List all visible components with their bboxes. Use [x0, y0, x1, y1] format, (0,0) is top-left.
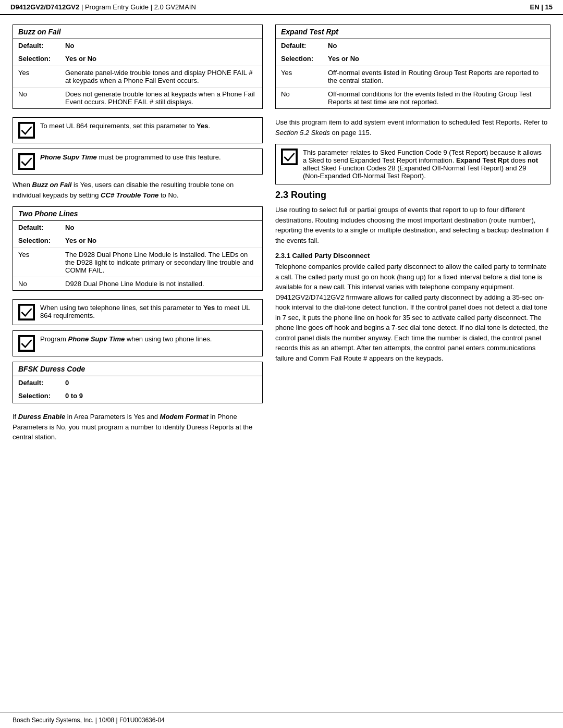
doc-type: Program Entry Guide	[85, 3, 149, 11]
footer-date: 10/08	[99, 717, 114, 724]
expand-test-rpt-section: Expand Test Rpt Default: No Selection: Y…	[275, 24, 550, 109]
buzz-note2-text: Phone Supv Time must be programmed to us…	[40, 153, 221, 161]
selection-label: Selection:	[276, 52, 323, 66]
default-label: Default:	[13, 376, 60, 389]
option-no-desc: D928 Dual Phone Line Module is not insta…	[60, 277, 262, 291]
two-phone-lines-title: Two Phone Lines	[13, 207, 262, 221]
selection-value: Yes or No	[60, 234, 262, 248]
selection-label: Selection:	[13, 234, 60, 248]
buzz-note1: To meet UL 864 requirements, set this pa…	[13, 117, 263, 143]
checkmark-icon5	[281, 149, 298, 165]
selection-value: 0 to 9	[60, 389, 262, 403]
table-row: No D928 Dual Phone Line Module is not in…	[13, 277, 262, 291]
footer-company: Bosch Security Systems, Inc.	[13, 717, 93, 724]
expand-test-rpt-title: Expand Test Rpt	[276, 25, 550, 39]
default-row: Default: 0	[13, 376, 262, 389]
option-yes-desc: Off-normal events listed in Routing Grou…	[323, 66, 550, 88]
option-no: No	[13, 277, 60, 291]
bfsk-section: BFSK Duress Code Default: 0 Selection: 0…	[13, 362, 263, 403]
two-phone-lines-table: Default: No Selection: Yes or No Yes The…	[13, 221, 262, 290]
tpl-note1-text: When using two telephone lines, set this…	[40, 304, 257, 319]
checkmark-icon3	[18, 304, 35, 320]
buzz-body-text: When Buzz on Fail is Yes, users can disa…	[13, 180, 263, 200]
checkmark-icon2	[18, 153, 35, 170]
buzz-on-fail-section: Buzz on Fail Default: No Selection: Yes …	[13, 24, 263, 109]
buzz-note1-text: To meet UL 864 requirements, set this pa…	[40, 122, 210, 130]
table-row: Yes Off-normal events listed in Routing …	[276, 66, 550, 88]
bfsk-title: BFSK Duress Code	[13, 362, 262, 376]
page-content: Buzz on Fail Default: No Selection: Yes …	[0, 15, 563, 458]
buzz-on-fail-title: Buzz on Fail	[13, 25, 262, 39]
option-no: No	[276, 88, 323, 109]
option-yes-desc: The D928 Dual Phone Line Module is insta…	[60, 248, 262, 277]
option-yes: Yes	[13, 248, 60, 277]
called-party-body-text: Telephone companies provide called party…	[275, 262, 550, 363]
tpl-note2: Program Phone Supv Time when using two p…	[13, 330, 263, 356]
option-no-desc: Does not generate trouble tones at keypa…	[60, 88, 262, 109]
bfsk-table: Default: 0 Selection: 0 to 9	[13, 376, 262, 403]
model-number: D9412GV2/D7412GV2	[10, 3, 79, 11]
tpl-note1: When using two telephone lines, set this…	[13, 299, 263, 325]
selection-row: Selection: Yes or No	[276, 52, 550, 66]
buzz-on-fail-table: Default: No Selection: Yes or No Yes Gen…	[13, 39, 262, 108]
selection-row: Selection: Yes or No	[13, 52, 262, 66]
header-separator: |	[81, 3, 85, 11]
default-value: No	[60, 221, 262, 234]
expand-body-text: Use this program item to add system even…	[275, 117, 550, 138]
table-row: No Off-normal conditions for the events …	[276, 88, 550, 109]
selection-value: Yes or No	[60, 52, 262, 66]
called-party-subheading: 2.3.1 Called Party Disconnect	[275, 252, 550, 260]
default-row: Default: No	[276, 39, 550, 52]
two-phone-lines-section: Two Phone Lines Default: No Selection: Y…	[13, 206, 263, 291]
lang: EN	[530, 3, 540, 11]
option-yes: Yes	[13, 66, 60, 88]
table-row: Yes Generate panel-wide trouble tones an…	[13, 66, 262, 88]
code: GV2MAIN	[165, 3, 196, 11]
option-yes-desc: Generate panel-wide trouble tones and di…	[60, 66, 262, 88]
buzz-note2: Phone Supv Time must be programmed to us…	[13, 149, 263, 175]
right-column: Expand Test Rpt Default: No Selection: Y…	[275, 24, 550, 449]
page-header: D9412GV2/D7412GV2 | Program Entry Guide …	[0, 0, 563, 15]
table-row: No Does not generate trouble tones at ke…	[13, 88, 262, 109]
option-no: No	[13, 88, 60, 109]
table-row: Yes The D928 Dual Phone Line Module is i…	[13, 248, 262, 277]
bfsk-body-text: If Duress Enable in Area Parameters is Y…	[13, 412, 263, 442]
selection-value: Yes or No	[323, 52, 550, 66]
option-no-desc: Off-normal conditions for the events lis…	[323, 88, 550, 109]
version: 2.0	[154, 3, 164, 11]
check-svg3	[19, 305, 34, 319]
expand-note: This parameter relates to Sked Function …	[275, 144, 550, 184]
default-value: No	[60, 39, 262, 52]
selection-label: Selection:	[13, 52, 60, 66]
checkmark-icon4	[18, 335, 35, 352]
expand-note-text: This parameter relates to Sked Function …	[303, 149, 545, 180]
header-left: D9412GV2/D7412GV2 | Program Entry Guide …	[10, 3, 196, 11]
selection-row: Selection: 0 to 9	[13, 389, 262, 403]
option-yes: Yes	[276, 66, 323, 88]
selection-row: Selection: Yes or No	[13, 234, 262, 248]
check-svg5	[282, 150, 297, 164]
routing-body-text: Use routing to select full or partial gr…	[275, 205, 550, 245]
check-svg2	[19, 154, 34, 169]
default-value: No	[323, 39, 550, 52]
page-footer: Bosch Security Systems, Inc. | 10/08 | F…	[0, 712, 563, 728]
default-row: Default: No	[13, 39, 262, 52]
header-right: EN | 15	[530, 3, 553, 11]
routing-heading: 2.3 Routing	[275, 190, 550, 201]
default-value: 0	[60, 376, 262, 389]
default-row: Default: No	[13, 221, 262, 234]
footer-doc-number: F01U003636-04	[119, 717, 165, 724]
selection-label: Selection:	[13, 389, 60, 403]
checkmark-icon	[18, 122, 35, 139]
check-svg	[19, 123, 34, 138]
page-number: 15	[545, 3, 553, 11]
default-label: Default:	[276, 39, 323, 52]
expand-test-rpt-table: Default: No Selection: Yes or No Yes Off…	[276, 39, 550, 108]
default-label: Default:	[13, 39, 60, 52]
tpl-note2-text: Program Phone Supv Time when using two p…	[40, 335, 212, 343]
default-label: Default:	[13, 221, 60, 234]
left-column: Buzz on Fail Default: No Selection: Yes …	[13, 24, 263, 449]
check-svg4	[19, 336, 34, 351]
